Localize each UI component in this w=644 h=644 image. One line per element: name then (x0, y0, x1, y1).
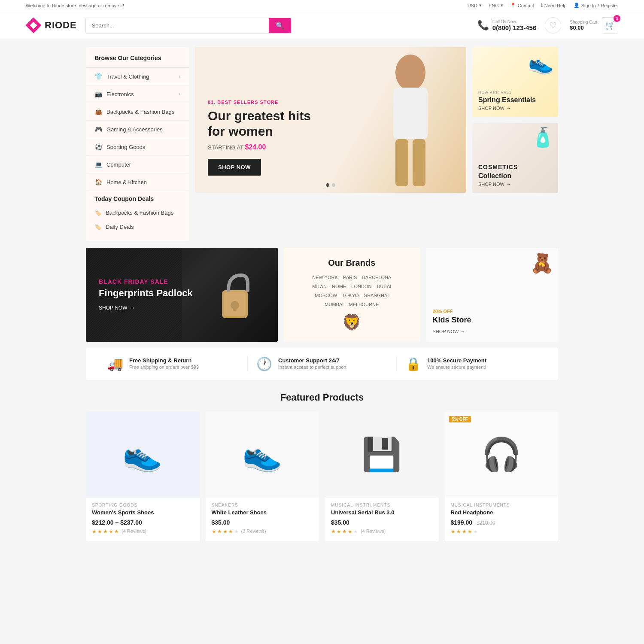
product-icon-3: 💾 (361, 436, 402, 474)
svg-rect-7 (233, 305, 237, 311)
sidebar-item-home[interactable]: 🏠 Home & Kitchen (86, 173, 189, 191)
hero-shop-button[interactable]: SHOP NOW (208, 159, 261, 176)
bf-shop-link[interactable]: SHOP NOW → (99, 305, 193, 311)
feature-shipping: 🚚 Free Shipping & Return Free shipping o… (99, 356, 247, 371)
support-icon: 🕐 (256, 356, 272, 371)
spring-shop-link[interactable]: SHOP NOW → (478, 106, 552, 111)
featured-title: Featured Products (86, 392, 558, 403)
currency-selector[interactable]: USD ▾ (468, 3, 482, 8)
right-banner-spring: 👟 NEW ARRIVALS Spring Essentials SHOP NO… (472, 47, 558, 117)
kids-banner: 🧸 20% OFF Kids Store SHOP NOW → (426, 248, 558, 342)
products-grid: 👟 SPORTING GOODS Women's Sports Shoes $2… (86, 412, 558, 541)
cosmetics-image: 🧴 (531, 126, 555, 149)
sidebar-label-travel: Travel & Clothing (106, 73, 149, 80)
product-stars-2: ★★★★★ (3 Reviews) (212, 529, 313, 535)
hero-dot-2[interactable] (332, 183, 335, 187)
shipping-icon: 🚚 (107, 356, 123, 371)
sidebar-item-computer[interactable]: 💻 Computer (86, 156, 189, 173)
search-input[interactable] (86, 18, 269, 33)
language-selector[interactable]: ENG ▾ (489, 3, 503, 8)
product-info-1: SPORTING GOODS Women's Sports Shoes $212… (86, 498, 200, 541)
product-icon-4: 🎧 (481, 436, 522, 474)
hero-tag: 01. BEST SELLERS STORE (208, 100, 311, 105)
sporting-icon: ⚽ (94, 143, 102, 151)
phone-icon: 📞 (477, 20, 489, 31)
help-link[interactable]: ℹ Need Help (541, 3, 567, 8)
featured-section: Featured Products 👟 SPORTING GOODS Women… (86, 392, 558, 559)
sidebar-title: Browse Our Categories (86, 47, 189, 68)
backpacks-icon: 👜 (94, 108, 102, 115)
header: RIODE 🔍 📞 Call Us Now: 0(800) 123-456 ♡ … (0, 11, 644, 40)
sidebar: Browse Our Categories 👕 Travel & Clothin… (86, 47, 189, 241)
home-icon: 🏠 (94, 178, 102, 186)
product-icon-2: 👟 (242, 436, 283, 474)
product-card-1: 👟 SPORTING GOODS Women's Sports Shoes $2… (86, 412, 200, 541)
search-button[interactable]: 🔍 (269, 18, 291, 33)
product-card-4: 5% OFF 🎧 MUSICAL INSTRUMENTS Red Headpho… (445, 412, 559, 541)
hero-content: 01. BEST SELLERS STORE Our greatest hits… (195, 87, 324, 193)
brands-banner: Our Brands NEW YORK – PARIS – BARCELONA … (284, 248, 419, 342)
hero-price: STARTING AT $24.00 (208, 143, 311, 151)
right-banners: 👟 NEW ARRIVALS Spring Essentials SHOP NO… (472, 47, 558, 241)
sidebar-item-backpacks[interactable]: 👜 Backpacks & Fashion Bags (86, 103, 189, 121)
search-bar: 🔍 (85, 18, 292, 33)
svg-rect-2 (395, 139, 408, 186)
sidebar-coupon-daily[interactable]: 🏷️ Daily Deals (86, 220, 189, 234)
product-badge-4: 5% OFF (449, 416, 471, 422)
product-card-3: 💾 MUSICAL INSTRUMENTS Universal Serial B… (325, 412, 439, 541)
wishlist-button[interactable]: ♡ (545, 17, 561, 33)
product-img-2: 👟 (206, 412, 319, 498)
sidebar-coupon-backpacks[interactable]: 🏷️ Backpacks & Fashion Bags (86, 206, 189, 220)
product-stars-3: ★★★★★ (4 Reviews) (331, 529, 433, 535)
sidebar-label-computer: Computer (106, 161, 131, 168)
cosmetics-banner-content: COSMETICS Collection SHOP NOW → (478, 164, 552, 187)
spring-image: 👟 (528, 51, 554, 75)
topbar-right: USD ▾ ENG ▾ 📍 Contact ℹ Need Help 👤 Sign… (468, 3, 618, 8)
product-card-2: 👟 SNEAKERS White Leather Shoes $35.00 ★★… (206, 412, 319, 541)
feature-payment: 🔒 100% Secure Payment We ensure secure p… (396, 356, 545, 371)
hero-banner: 01. BEST SELLERS STORE Our greatest hits… (195, 47, 466, 193)
sidebar-item-sporting[interactable]: ⚽ Sporting Goods (86, 138, 189, 156)
product-img-3: 💾 (325, 412, 439, 498)
brands-watermark: 🦁 (342, 313, 361, 331)
sidebar-label-backpacks: Backpacks & Fashion Bags (106, 109, 174, 115)
hero-dots (326, 183, 335, 187)
brands-cities: NEW YORK – PARIS – BARCELONA MILAN – ROM… (312, 273, 391, 309)
sidebar-item-electronics[interactable]: 📷 Electronics › (86, 85, 189, 103)
phone-info: 📞 Call Us Now: 0(800) 123-456 (477, 19, 537, 31)
product-price-2: $35.00 (212, 519, 313, 526)
feature-shipping-text: Free Shipping & Return Free shipping on … (129, 357, 199, 370)
svg-point-0 (395, 55, 425, 91)
hero-dot-1[interactable] (326, 183, 329, 187)
cosmetics-shop-link[interactable]: SHOP NOW → (478, 182, 552, 187)
gaming-icon: 🎮 (94, 125, 102, 133)
electronics-icon: 📷 (94, 90, 102, 98)
sidebar-item-gaming[interactable]: 🎮 Gaming & Accessories (86, 121, 189, 138)
product-info-4: MUSICAL INSTRUMENTS Red Headphone $199.0… (445, 498, 559, 541)
product-img-1: 👟 (86, 412, 200, 498)
sidebar-label-home: Home & Kitchen (106, 179, 147, 185)
hero-title: Our greatest hits for women (208, 108, 311, 139)
sidebar-label-gaming: Gaming & Accessories (106, 126, 163, 133)
svg-rect-3 (413, 139, 425, 186)
sidebar-item-travel[interactable]: 👕 Travel & Clothing › (86, 68, 189, 85)
sidebar-label-electronics: Electronics (106, 91, 134, 97)
cart-button[interactable]: 🛒 0 (602, 17, 618, 33)
logo-text: RIODE (45, 20, 77, 31)
phone-text: Call Us Now: 0(800) 123-456 (492, 19, 537, 31)
second-row: BLACK FRIDAY SALE Fingerprints Padlock S… (86, 248, 558, 342)
black-friday-banner: BLACK FRIDAY SALE Fingerprints Padlock S… (86, 248, 278, 342)
bf-content: BLACK FRIDAY SALE Fingerprints Padlock S… (99, 278, 193, 311)
spring-banner-content: NEW ARRIVALS Spring Essentials SHOP NOW … (478, 90, 552, 111)
product-icon-1: 👟 (122, 436, 163, 474)
product-stars-4: ★★★★★ (451, 529, 553, 535)
logo[interactable]: RIODE (26, 18, 77, 33)
signin-link[interactable]: 👤 Sign In / Register (574, 3, 618, 8)
product-info-3: MUSICAL INSTRUMENTS Universal Serial Bus… (325, 498, 439, 541)
header-actions: 📞 Call Us Now: 0(800) 123-456 ♡ Shopping… (477, 17, 618, 33)
kids-shop-link[interactable]: SHOP NOW → (433, 329, 551, 334)
bf-image (192, 248, 278, 342)
product-stars-1: ★★★★★ (4 Reviews) (92, 529, 194, 535)
product-info-2: SNEAKERS White Leather Shoes $35.00 ★★★★… (206, 498, 319, 541)
contact-link[interactable]: 📍 Contact (510, 3, 534, 8)
